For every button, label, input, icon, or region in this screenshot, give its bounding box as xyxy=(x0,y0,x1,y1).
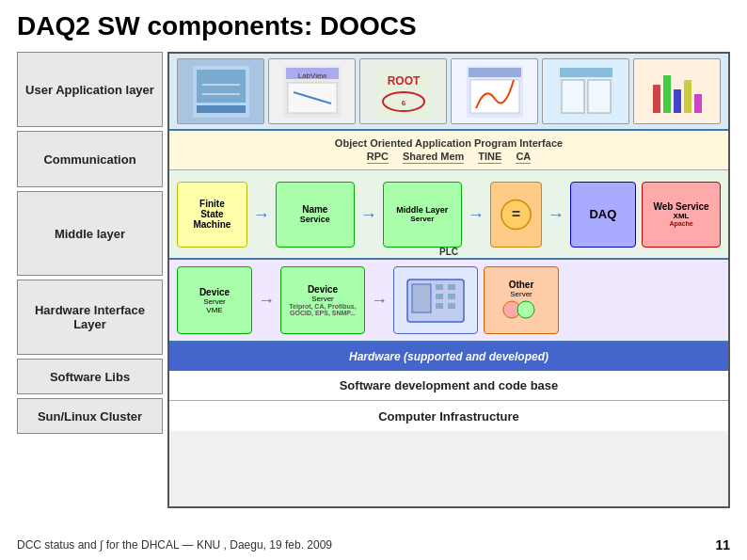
arrow-right-3: → xyxy=(468,206,485,223)
svg-rect-32 xyxy=(436,294,443,299)
name-service-title: Name xyxy=(302,204,327,215)
svg-rect-4 xyxy=(197,105,246,113)
label-sun-linux: Sun/Linux Cluster xyxy=(17,398,163,434)
box-eq: = xyxy=(490,182,542,248)
svg-rect-24 xyxy=(674,89,681,113)
layer-sw-dev: Software development and code base xyxy=(169,371,728,401)
svg-rect-30 xyxy=(412,284,431,312)
svg-rect-25 xyxy=(684,80,691,113)
page-title: DAQ2 SW components: DOOCS xyxy=(0,0,747,47)
label-hardware: Hardware Interface Layer xyxy=(17,280,163,355)
svg-rect-22 xyxy=(653,85,660,113)
svg-rect-20 xyxy=(588,80,611,113)
layer-hardware: Device Server VME → Device Server Telpro… xyxy=(169,260,728,343)
svg-rect-19 xyxy=(562,80,584,113)
computer-infra-text: Computer Infrastructure xyxy=(378,409,519,424)
diagram-area: LabView ROOT 6 xyxy=(167,52,730,508)
svg-rect-34 xyxy=(448,284,455,290)
svg-text:6: 6 xyxy=(401,99,405,107)
hw-supported-text: Hardware (supported and developed) xyxy=(349,350,548,363)
arrow-right-4: → xyxy=(548,206,564,223)
plc-label: PLC xyxy=(439,247,458,257)
svg-rect-18 xyxy=(560,68,612,77)
device-tango-sub2: Telprot, CA, Profibus, GOCID, EPS, SNMP.… xyxy=(287,303,358,316)
screenshot-6 xyxy=(633,58,721,124)
svg-rect-35 xyxy=(448,294,455,299)
screenshot-4 xyxy=(451,58,538,124)
layer-ooapi: Object Oriented Application Program Inte… xyxy=(169,131,728,170)
svg-rect-23 xyxy=(663,75,671,113)
label-user-app: User Application layer xyxy=(17,52,163,127)
label-communication: Communication xyxy=(17,131,163,187)
box-mls: Middle Layer Server xyxy=(383,182,462,248)
mls-sub: Server xyxy=(410,215,434,223)
layer-hw-supported: Hardware (supported and developed) xyxy=(169,343,728,371)
box-daq: DAQ xyxy=(570,182,636,248)
ooapi-title: Object Oriented Application Program Inte… xyxy=(184,137,713,149)
box-plc: PLC xyxy=(393,266,478,334)
svg-rect-26 xyxy=(694,94,702,113)
svg-text:LabView: LabView xyxy=(297,72,326,80)
name-service-sub: Service xyxy=(300,215,330,224)
screenshot-2: LabView xyxy=(268,58,356,124)
svg-rect-36 xyxy=(448,303,455,309)
footer-text: DCC status and ∫ for the DHCAL — KNU , D… xyxy=(17,538,332,552)
arrow-hw-1: → xyxy=(258,292,275,309)
page-number: 11 xyxy=(715,537,730,552)
svg-text:=: = xyxy=(512,205,520,221)
screenshot-5 xyxy=(542,58,629,124)
layer-computer-infra: Computer Infrastructure xyxy=(169,401,728,431)
ca-label: CA xyxy=(516,151,531,164)
svg-rect-31 xyxy=(436,284,443,290)
svg-rect-33 xyxy=(436,303,443,309)
mls-title: Middle Layer xyxy=(396,205,448,215)
tine-label: TINE xyxy=(478,151,501,164)
box-device-vme: Device Server VME xyxy=(177,266,252,334)
arrow-right-1: → xyxy=(253,206,270,223)
left-labels-column: User Application layer Communication Mid… xyxy=(17,47,163,508)
svg-rect-15 xyxy=(469,68,521,77)
arrow-hw-2: → xyxy=(371,292,388,309)
box-fsm: Finite State Machine xyxy=(177,182,247,248)
web-sub: XML xyxy=(674,212,690,220)
svg-rect-1 xyxy=(197,70,246,103)
box-device-tango: Device Server Telprot, CA, Profibus, GOC… xyxy=(280,266,365,334)
screenshot-3: ROOT 6 xyxy=(359,58,447,124)
svg-text:ROOT: ROOT xyxy=(387,74,420,88)
daq-label: DAQ xyxy=(589,207,616,221)
label-middle: Middle layer xyxy=(17,191,163,276)
arrow-right-2: → xyxy=(360,206,377,223)
layer-screenshots: LabView ROOT 6 xyxy=(169,54,728,131)
screenshot-1 xyxy=(177,58,264,124)
box-name-service: Name Service xyxy=(276,182,355,248)
box-other-server: Other Server xyxy=(484,266,559,334)
footer: DCC status and ∫ for the DHCAL — KNU , D… xyxy=(0,537,747,552)
svg-point-38 xyxy=(517,301,534,318)
shared-mem-label: Shared Mem xyxy=(403,151,464,164)
web-title: Web Service xyxy=(653,201,708,212)
label-software-libs: Software Libs xyxy=(17,359,163,394)
sw-dev-text: Software development and code base xyxy=(340,378,559,392)
box-web-service: Web Service XML Apache xyxy=(642,182,721,248)
rpc-label: RPC xyxy=(367,151,389,164)
